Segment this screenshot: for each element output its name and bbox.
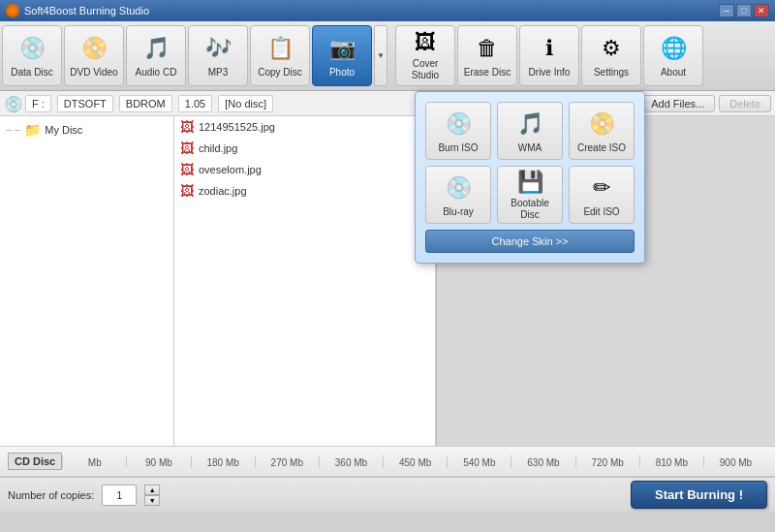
toolbar-drive-info-button[interactable]: ℹ Drive Info: [519, 25, 579, 86]
disc-scale: Mb90 Mb180 Mb270 Mb360 Mb450 Mb540 Mb630…: [62, 447, 767, 476]
dropdown-blu-ray-button[interactable]: 💿 Blu-ray: [425, 166, 491, 224]
folder-icon: 📁: [24, 122, 41, 138]
cover-studio-icon: 🖼: [410, 30, 441, 55]
copies-label: Number of copies:: [8, 489, 94, 501]
scale-mark: 270 Mb: [255, 455, 319, 468]
tree-root-label: My Disc: [45, 124, 82, 136]
scale-mark: 360 Mb: [319, 455, 383, 468]
scale-mark: 810 Mb: [639, 455, 703, 468]
wma-dropdown-icon: 🎵: [514, 109, 545, 140]
title-left: Soft4Boost Burning Studio: [6, 4, 149, 17]
blu-ray-dropdown-icon: 💿: [443, 172, 474, 203]
toolbar-about-button[interactable]: 🌐 About: [643, 25, 703, 86]
drive-icon: 💿: [4, 95, 21, 112]
dropdown-edit-iso-button[interactable]: ✏ Edit ISO: [569, 166, 635, 224]
file-name: 1214951525.jpg: [199, 121, 275, 133]
photo-icon: 📷: [326, 33, 357, 64]
app-icon: [6, 4, 19, 17]
scale-mark: 900 Mb: [703, 455, 767, 468]
about-icon: 🌐: [658, 33, 689, 64]
drive-name: DTSOFT: [57, 95, 113, 112]
scale-mark: 90 Mb: [126, 455, 190, 468]
copies-up-button[interactable]: ▲: [144, 485, 160, 495]
toolbar-right: 🖼 Cover Studio 🗑 Erase Disc ℹ Drive Info…: [395, 25, 703, 86]
data-disc-label: Data Disc: [11, 67, 52, 78]
file-icon: 🖼: [180, 119, 194, 135]
dropdown-bootable-disc-button[interactable]: 💾 Bootable Disc: [497, 166, 563, 224]
toolbar-erase-disc-button[interactable]: 🗑 Erase Disc: [457, 25, 517, 86]
scale-marks: Mb90 Mb180 Mb270 Mb360 Mb450 Mb540 Mb630…: [62, 455, 767, 468]
file-icon: 🖼: [180, 141, 194, 156]
bottom-bar: Number of copies: ▲ ▼ Start Burning !: [0, 477, 775, 512]
dropdown-wma-button[interactable]: 🎵 WMA: [497, 102, 563, 160]
bootable-disc-dropdown-label: Bootable Disc: [502, 198, 558, 221]
tree-root-item[interactable]: ─ ─ 📁 My Disc: [4, 120, 170, 140]
toolbar-data-disc-button[interactable]: 💿 Data Disc: [2, 25, 62, 86]
dropdown-arrow-button[interactable]: ▼: [374, 25, 388, 86]
copies-down-button[interactable]: ▼: [144, 495, 160, 506]
file-icon: 🖼: [180, 183, 194, 199]
title-bar: Soft4Boost Burning Studio ─ □ ✕: [0, 0, 775, 21]
toolbar-audio-cd-button[interactable]: 🎵 Audio CD: [126, 25, 186, 86]
settings-label: Settings: [594, 67, 629, 78]
drive-info-label: Drive Info: [529, 67, 571, 78]
app-title: Soft4Boost Burning Studio: [24, 5, 149, 16]
close-button[interactable]: ✕: [754, 4, 769, 17]
mp3-icon: 🎶: [202, 33, 233, 64]
erase-disc-icon: 🗑: [472, 33, 503, 64]
audio-cd-icon: 🎵: [140, 33, 171, 64]
create-iso-dropdown-label: Create ISO: [577, 142, 626, 154]
drive-info-icon: ℹ: [534, 33, 565, 64]
about-label: About: [661, 67, 686, 78]
blu-ray-dropdown-label: Blu-ray: [443, 206, 474, 218]
list-item[interactable]: 🖼 child.jpg: [174, 138, 435, 159]
create-iso-dropdown-icon: 📀: [586, 109, 617, 140]
minimize-button[interactable]: ─: [719, 4, 734, 17]
scale-mark: 180 Mb: [191, 455, 255, 468]
scale-mark: 540 Mb: [447, 455, 511, 468]
toolbar-dvd-video-button[interactable]: 📀 DVD Video: [64, 25, 124, 86]
file-list: 🖼 1214951525.jpg 🖼 child.jpg 🖼 oveselom.…: [174, 116, 436, 446]
drive-version: 1.05: [178, 95, 212, 112]
data-disc-icon: 💿: [16, 33, 47, 64]
toolbar: 💿 Data Disc 📀 DVD Video 🎵 Audio CD 🎶 MP3…: [0, 21, 775, 91]
dvd-video-label: DVD Video: [70, 67, 117, 78]
drive-type: BDROM: [119, 95, 172, 112]
list-item[interactable]: 🖼 zodiac.jpg: [174, 180, 435, 202]
add-files-button[interactable]: Add Files...: [640, 95, 715, 112]
scale-mark: Mb: [62, 455, 126, 468]
list-item[interactable]: 🖼 oveselom.jpg: [174, 159, 435, 180]
change-skin-button[interactable]: Change Skin >>: [425, 230, 635, 253]
copies-spinner: ▲ ▼: [144, 485, 160, 506]
file-tree: ─ ─ 📁 My Disc: [0, 116, 174, 446]
main-content: ─ ─ 📁 My Disc 🖼 1214951525.jpg 🖼 child.j…: [0, 116, 775, 446]
dropdown-menu: 💿 Burn ISO 🎵 WMA 📀 Create ISO 💿 Blu-ray …: [415, 91, 645, 264]
copies-input[interactable]: [102, 485, 137, 506]
drive-bar: 💿 F : DTSOFT BDROM 1.05 [No disc] ▼ Ejec…: [0, 91, 775, 116]
no-disc-label: [No disc]: [218, 95, 273, 112]
file-name: oveselom.jpg: [199, 164, 262, 175]
toolbar-copy-disc-button[interactable]: 📋 Copy Disc: [250, 25, 310, 86]
start-burning-button[interactable]: Start Burning !: [631, 481, 767, 509]
audio-cd-label: Audio CD: [136, 67, 177, 78]
wma-dropdown-label: WMA: [518, 142, 542, 154]
bootable-disc-dropdown-icon: 💾: [514, 170, 545, 195]
cover-studio-label: Cover Studio: [398, 58, 452, 81]
delete-button[interactable]: Delete: [719, 95, 771, 112]
edit-iso-dropdown-icon: ✏: [586, 172, 617, 203]
toolbar-cover-studio-button[interactable]: 🖼 Cover Studio: [395, 25, 455, 86]
edit-iso-dropdown-label: Edit ISO: [583, 206, 619, 218]
burn-iso-dropdown-icon: 💿: [443, 109, 474, 140]
toolbar-settings-button[interactable]: ⚙ Settings: [581, 25, 641, 86]
mp3-label: MP3: [208, 67, 229, 78]
maximize-button[interactable]: □: [736, 4, 752, 17]
toolbar-photo-button[interactable]: 📷 Photo: [312, 25, 372, 86]
list-item[interactable]: 🖼 1214951525.jpg: [174, 116, 435, 138]
dropdown-create-iso-button[interactable]: 📀 Create ISO: [569, 102, 635, 160]
file-name: child.jpg: [199, 142, 237, 154]
disc-type-label: CD Disc: [8, 453, 62, 470]
drive-letter: F :: [25, 95, 51, 112]
dropdown-burn-iso-button[interactable]: 💿 Burn ISO: [425, 102, 491, 160]
toolbar-mp3-button[interactable]: 🎶 MP3: [188, 25, 248, 86]
disc-bar: CD Disc Mb90 Mb180 Mb270 Mb360 Mb450 Mb5…: [0, 446, 775, 477]
